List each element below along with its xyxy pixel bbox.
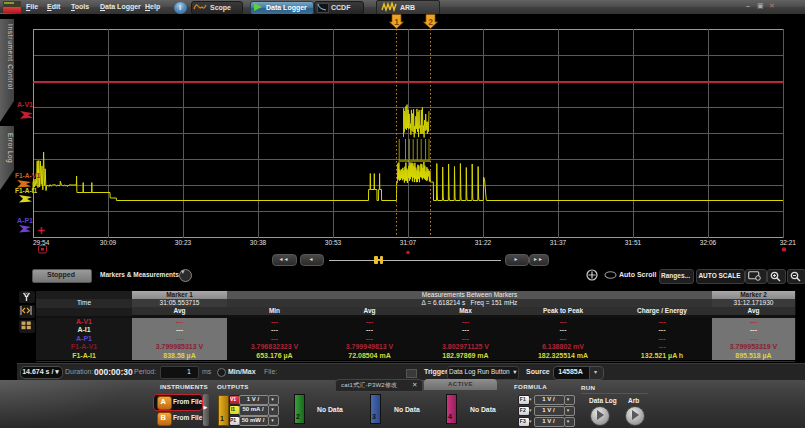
svg-text:31:51: 31:51 [625, 239, 642, 246]
svg-text:30:38: 30:38 [250, 239, 267, 246]
svg-text:1: 1 [394, 17, 399, 27]
svg-text:32:06: 32:06 [700, 239, 717, 246]
svg-text:F1-A-V1: F1-A-V1 [15, 171, 41, 180]
svg-text:31:07: 31:07 [400, 239, 417, 246]
svg-text:A-V1: A-V1 [17, 101, 33, 108]
svg-text:F1-A-I1: F1-A-I1 [15, 187, 37, 194]
svg-text:29:54: 29:54 [33, 239, 50, 246]
svg-text:2: 2 [428, 17, 433, 27]
svg-text:A-P1: A-P1 [17, 217, 33, 224]
svg-text:31:22: 31:22 [475, 239, 492, 246]
svg-text:30:23: 30:23 [175, 239, 192, 246]
svg-text:32:21: 32:21 [780, 239, 797, 246]
svg-text:30:53: 30:53 [325, 239, 342, 246]
svg-text:31:37: 31:37 [550, 239, 567, 246]
svg-text:30:09: 30:09 [100, 239, 117, 246]
